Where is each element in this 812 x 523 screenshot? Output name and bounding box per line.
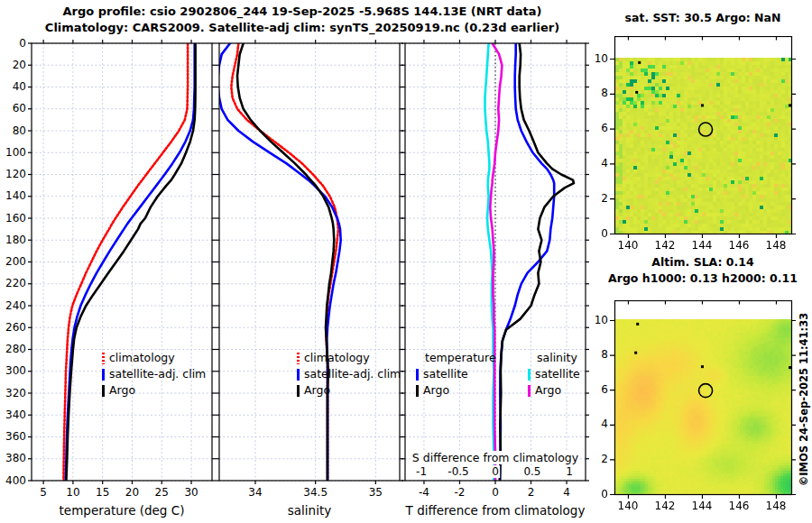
x-tick-label: 34 bbox=[248, 486, 262, 499]
depth-tick-label: 100 bbox=[0, 146, 26, 159]
s-difference-axis-label: S difference from climatology bbox=[411, 451, 579, 464]
legend-label: satellite bbox=[535, 366, 580, 382]
depth-tick-label: 0 bbox=[0, 37, 26, 50]
x-tick-label: 25 bbox=[155, 486, 169, 499]
map-lat-label: 10 bbox=[585, 314, 608, 326]
depth-tick-label: 220 bbox=[0, 277, 26, 289]
map-lat-label: 10 bbox=[585, 52, 608, 65]
map-lon-label: 142 bbox=[655, 500, 676, 512]
legend-column: temperaturesatelliteArgo bbox=[416, 350, 496, 399]
legend-label: satellite bbox=[423, 366, 468, 382]
legend: climatologysatellite-adj. climArgo bbox=[297, 350, 401, 399]
depth-tick-label: 240 bbox=[0, 299, 26, 312]
sla-map-panel bbox=[609, 300, 798, 500]
depth-tick-label: 260 bbox=[0, 321, 26, 334]
temperature-axis-label: temperature (deg C) bbox=[32, 503, 212, 518]
legend-marker bbox=[528, 369, 531, 381]
legend-row: satellite bbox=[528, 366, 580, 382]
sst-map-panel bbox=[609, 36, 798, 240]
salinity-profile-plot bbox=[214, 38, 405, 486]
depth-tick-label: 320 bbox=[0, 387, 26, 399]
depth-tick-label: 340 bbox=[0, 408, 26, 421]
x-tick-label: -2 bbox=[454, 486, 465, 499]
depth-tick-label: 60 bbox=[0, 102, 26, 115]
legend-label: Argo bbox=[535, 382, 561, 399]
depth-tick-label: 280 bbox=[0, 343, 26, 355]
x-tick-label: 5 bbox=[40, 486, 47, 499]
map-lat-label: 8 bbox=[585, 87, 608, 99]
climatology-curve bbox=[63, 43, 188, 481]
difference-profile-plot bbox=[400, 38, 591, 486]
depth-tick-label: 160 bbox=[0, 212, 26, 225]
legend-column: salinitysatelliteArgo bbox=[528, 350, 580, 399]
legend-marker bbox=[297, 369, 300, 381]
depth-tick-label: 200 bbox=[0, 255, 26, 268]
sst-map-canvas bbox=[609, 36, 798, 240]
map-lon-label: 148 bbox=[766, 239, 787, 252]
map-lon-label: 144 bbox=[692, 500, 713, 512]
legend-label: climatology bbox=[109, 350, 175, 366]
legend-row: Argo bbox=[297, 382, 401, 399]
legend-marker bbox=[297, 353, 300, 364]
depth-tick-label: 300 bbox=[0, 364, 26, 377]
sla-map-canvas bbox=[609, 300, 798, 500]
map-lon-label: 148 bbox=[766, 500, 787, 512]
map-lon-label: 142 bbox=[655, 239, 676, 252]
imos-watermark: ©IMOS 24-Sep-2025 11:41:33 bbox=[798, 313, 810, 486]
map-lat-label: 4 bbox=[585, 417, 608, 430]
legend-row: satellite bbox=[416, 366, 496, 382]
map-lon-label: 146 bbox=[729, 239, 750, 252]
legend-label: satellite-adj. clim bbox=[109, 366, 206, 382]
sst-map-title: sat. SST: 30.5 Argo: NaN bbox=[595, 11, 811, 24]
legend-row: Argo bbox=[416, 382, 496, 399]
legend-marker bbox=[102, 369, 105, 381]
x-tick-label: 2 bbox=[528, 486, 535, 499]
legend-row: Argo bbox=[102, 382, 206, 399]
figure-title-line2: Climatology: CARS2009. Satellite-adj cli… bbox=[23, 21, 582, 34]
x-tick-label: 30 bbox=[184, 486, 198, 499]
map-lat-label: 0 bbox=[585, 488, 608, 500]
depth-tick-label: 400 bbox=[0, 474, 26, 487]
map-lon-label: 140 bbox=[618, 500, 639, 512]
depth-tick-label: 20 bbox=[0, 59, 26, 71]
legend-row: climatology bbox=[297, 350, 401, 366]
map-lat-label: 8 bbox=[585, 348, 608, 361]
map-lat-label: 2 bbox=[585, 192, 608, 205]
legend-label: Argo bbox=[423, 382, 449, 399]
map-lon-label: 146 bbox=[729, 500, 750, 512]
temperature-profile-plot bbox=[26, 38, 217, 486]
depth-tick-label: 180 bbox=[0, 234, 26, 246]
x-tick-label: -4 bbox=[419, 486, 429, 499]
depth-tick-label: 360 bbox=[0, 430, 26, 443]
salinity-panel bbox=[214, 38, 405, 486]
legend-marker bbox=[297, 385, 300, 397]
s-tick-label: -0.5 bbox=[447, 465, 469, 478]
s-tick-label: 0 bbox=[491, 465, 500, 478]
map-lon-label: 140 bbox=[618, 239, 639, 252]
x-tick-label: 35 bbox=[369, 486, 383, 499]
s-tick-label: 0.5 bbox=[522, 465, 541, 478]
sla-map-title-line1: Altim. SLA: 0.14 bbox=[595, 255, 811, 269]
legend-marker bbox=[416, 369, 419, 381]
s-tick-label: -1 bbox=[415, 465, 428, 478]
s-tick-label: 1 bbox=[565, 465, 574, 478]
legend-row: Argo bbox=[528, 382, 580, 399]
legend-row: satellite-adj. clim bbox=[102, 366, 206, 382]
x-tick-label: 15 bbox=[96, 486, 109, 499]
legend-label: climatology bbox=[304, 350, 370, 366]
sla-map-title-line2: Argo h1000: 0.13 h2000: 0.11 bbox=[595, 271, 811, 285]
x-tick-label: 20 bbox=[125, 486, 139, 499]
plot-border bbox=[219, 43, 400, 481]
argo-profile-figure: Argo profile: csio 2902806_244 19-Sep-20… bbox=[0, 0, 812, 523]
depth-tick-label: 80 bbox=[0, 124, 26, 137]
x-tick-label: 34.5 bbox=[303, 486, 328, 499]
legend-marker bbox=[528, 385, 531, 397]
legend-marker bbox=[102, 353, 105, 364]
legend-header: temperature bbox=[416, 350, 496, 366]
map-lat-label: 4 bbox=[585, 157, 608, 170]
map-lat-label: 6 bbox=[585, 122, 608, 134]
temperature-panel bbox=[26, 38, 217, 486]
difference-panel bbox=[400, 38, 591, 486]
map-lat-label: 6 bbox=[585, 383, 608, 396]
x-tick-label: 0 bbox=[492, 486, 499, 499]
